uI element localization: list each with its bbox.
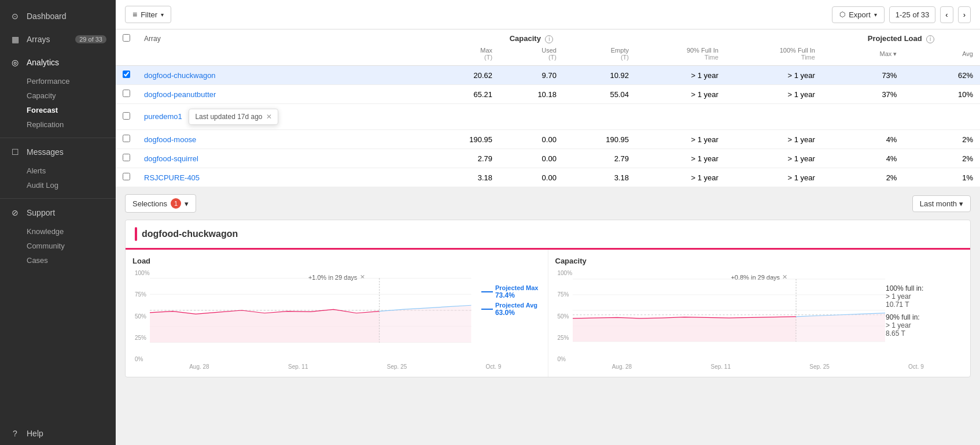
row-projmax: [822, 104, 904, 130]
row-empty: [563, 104, 636, 130]
row-used: 10.18: [499, 85, 563, 104]
charts-row: Load +1.0% in 29 days ✕ 100%75%50%25%0%: [126, 250, 970, 377]
row-checkbox-cell: [116, 130, 137, 149]
array-link[interactable]: dogfood-moose: [144, 135, 196, 144]
row-projvg: [904, 104, 980, 130]
sidebar-item-replication[interactable]: Replication: [27, 117, 116, 132]
row-90full: > 1 year: [636, 85, 725, 104]
time-period-select[interactable]: Last month ▾: [912, 195, 971, 212]
row-checkbox[interactable]: [123, 173, 130, 180]
row-projmax: 4%: [822, 149, 904, 168]
prev-page-button[interactable]: ‹: [940, 6, 953, 23]
selections-button[interactable]: Selections 1 ▾: [125, 194, 196, 213]
row-checkbox[interactable]: [123, 90, 130, 97]
row-checkbox[interactable]: [123, 112, 130, 120]
col-used-header[interactable]: Used (T): [499, 46, 563, 66]
capacity-info-icon[interactable]: i: [545, 35, 553, 43]
array-link[interactable]: dogfood-squirrel: [144, 154, 198, 163]
array-detail-card: dogfood-chuckwagon Load +1.0% in 29 days…: [125, 220, 971, 377]
row-projmax: 2%: [822, 168, 904, 187]
selections-dropdown-arrow: ▾: [185, 199, 189, 208]
col-100full-header[interactable]: 100% Full In Time: [725, 46, 822, 66]
sidebar-item-messages[interactable]: ☐ Messages: [0, 140, 116, 164]
row-100full: > 1 year: [725, 168, 822, 187]
sidebar-item-capacity[interactable]: Capacity: [27, 88, 116, 103]
tooltip-close[interactable]: ✕: [266, 113, 272, 121]
full-100-stat: 100% full in: > 1 year 10.71 T: [886, 284, 961, 309]
sidebar-item-help[interactable]: ? Help: [0, 422, 116, 445]
messages-icon: ☐: [9, 146, 21, 158]
sidebar-item-performance[interactable]: Performance: [27, 74, 116, 88]
sidebar-item-audit-log[interactable]: Audit Log: [27, 178, 116, 192]
filter-button[interactable]: ≡ Filter ▾: [125, 6, 171, 23]
row-projvg: 10%: [904, 85, 980, 104]
analytics-icon: ◎: [9, 57, 21, 68]
row-max: [427, 104, 499, 130]
sidebar-item-arrays[interactable]: ▦ Arrays 29 of 33: [0, 28, 116, 51]
col-check-sub: [116, 46, 137, 66]
col-max-header[interactable]: Max (T): [427, 46, 499, 66]
filter-dropdown-arrow: ▾: [161, 12, 164, 18]
col-projmax-header[interactable]: Max ▾: [822, 46, 904, 66]
toolbar-left: ≡ Filter ▾: [125, 6, 171, 23]
messages-subitems: Alerts Audit Log: [0, 164, 116, 196]
export-button[interactable]: ⬡ Export ▾: [832, 6, 885, 23]
sidebar-item-forecast[interactable]: Forecast: [27, 103, 116, 117]
capacity-y-labels: 100%75%50%25%0%: [557, 270, 574, 362]
help-icon: ?: [9, 428, 21, 439]
export-dropdown-arrow: ▾: [874, 12, 877, 18]
array-link[interactable]: puredemo1: [144, 112, 182, 121]
table-header-group-row: Array Capacity i Projected Load i: [116, 29, 980, 46]
col-90full-header[interactable]: 90% Full In Time: [636, 46, 725, 66]
row-projvg: 62%: [904, 66, 980, 85]
content-area: Array Capacity i Projected Load i: [116, 29, 980, 445]
sidebar-item-dashboard[interactable]: ⊙ Dashboard: [0, 5, 116, 28]
row-checkbox[interactable]: [123, 135, 130, 142]
row-90full: [636, 104, 725, 130]
array-link[interactable]: dogfood-peanutbutter: [144, 90, 216, 99]
row-90full: > 1 year: [636, 149, 725, 168]
row-projvg: 2%: [904, 130, 980, 149]
sidebar-item-community[interactable]: Community: [27, 239, 116, 253]
row-array-name: dogfood-chuckwagon: [137, 66, 427, 85]
next-page-button[interactable]: ›: [958, 6, 971, 23]
sidebar-item-analytics[interactable]: ◎ Analytics: [0, 51, 116, 74]
selections-badge: 1: [171, 198, 181, 209]
time-period-arrow: ▾: [959, 199, 963, 208]
col-checkbox-header: [116, 29, 137, 46]
main-content: ≡ Filter ▾ ⬡ Export ▾ 1-25 of 33 ‹ ›: [116, 0, 980, 445]
sidebar-item-support[interactable]: ⊘ Support: [0, 201, 116, 224]
row-checkbox-cell: [116, 149, 137, 168]
row-100full: > 1 year: [725, 149, 822, 168]
sidebar-item-knowledge[interactable]: Knowledge: [27, 224, 116, 239]
table-area: Array Capacity i Projected Load i: [116, 29, 980, 187]
row-checkbox[interactable]: [123, 154, 130, 161]
sidebar-item-cases[interactable]: Cases: [27, 253, 116, 268]
sidebar-item-messages-label: Messages: [27, 147, 64, 157]
sidebar-item-alerts[interactable]: Alerts: [27, 164, 116, 178]
svg-marker-17: [796, 313, 885, 342]
capacity-chart-svg: [573, 270, 886, 351]
arrays-table: Array Capacity i Projected Load i: [116, 29, 980, 187]
table-row: dogfood-squirrel 2.79 0.00 2.79 > 1 year…: [116, 149, 980, 168]
row-checkbox-cell: [116, 168, 137, 187]
row-empty: 3.18: [563, 168, 636, 187]
row-empty: 10.92: [563, 66, 636, 85]
array-link[interactable]: dogfood-chuckwagon: [144, 71, 216, 80]
array-link[interactable]: RSJCPURE-405: [144, 173, 200, 182]
projload-info-icon[interactable]: i: [926, 35, 934, 43]
table-row: dogfood-peanutbutter 65.21 10.18 55.04 >…: [116, 85, 980, 104]
arrays-badge: 29 of 33: [75, 35, 106, 43]
sidebar-item-arrays-label: Arrays: [27, 35, 50, 44]
row-90full: > 1 year: [636, 66, 725, 85]
support-icon: ⊘: [9, 207, 21, 218]
row-checkbox[interactable]: [123, 71, 130, 78]
col-empty-header[interactable]: Empty (T): [563, 46, 636, 66]
row-empty: 55.04: [563, 85, 636, 104]
col-projvg-header[interactable]: Avg: [904, 46, 980, 66]
load-y-labels: 100%75%50%25%0%: [134, 270, 151, 362]
row-100full: > 1 year: [725, 66, 822, 85]
table-row: RSJCPURE-405 3.18 0.00 3.18 > 1 year > 1…: [116, 168, 980, 187]
select-all-checkbox[interactable]: [123, 34, 130, 42]
row-max: 3.18: [427, 168, 499, 187]
